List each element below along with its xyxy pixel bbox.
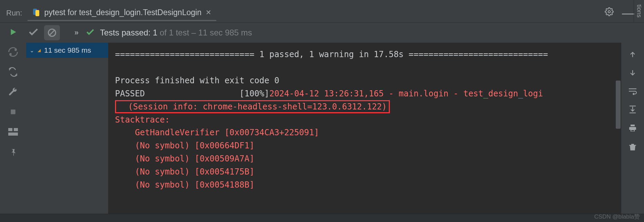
status-prefix: Tests passed:: [100, 28, 153, 37]
svg-rect-6: [8, 133, 18, 136]
svg-rect-4: [8, 128, 12, 131]
test-root-item[interactable]: ⌄ ◢ 11 sec 985 ms: [26, 43, 108, 58]
status-count: 1: [153, 28, 157, 37]
print-icon[interactable]: [628, 124, 637, 134]
side-tab-label[interactable]: tions: [634, 0, 644, 22]
disable-icon[interactable]: [44, 25, 60, 40]
test-status-dot: ◢: [38, 48, 41, 53]
run-tab-bar: Run: pytest for test_design_login.TestDe…: [0, 3, 644, 23]
console-separator: ============================ 1 passed, 1…: [115, 50, 548, 59]
pass-icon: [85, 27, 95, 38]
trace-line: (No symbol) [0x0054175B]: [115, 167, 255, 177]
down-arrow-icon[interactable]: [629, 69, 637, 78]
left-toolbar: [0, 23, 26, 214]
expand-icon[interactable]: »: [65, 28, 81, 37]
watermark: CSDN @blabla赞: [594, 213, 640, 221]
svg-rect-3: [11, 109, 15, 114]
svg-point-1: [10, 53, 11, 55]
pin-icon[interactable]: [7, 146, 19, 158]
trace-line: (No symbol) [0x00664DF1]: [115, 141, 255, 150]
scroll-to-end-icon[interactable]: [628, 105, 637, 115]
timestamp-line: 2024-04-12 13:26:31,165 - main.login - t…: [269, 89, 543, 98]
run-config-tab[interactable]: pytest for test_design_login.TestDesignL…: [28, 5, 216, 21]
gear-icon[interactable]: [600, 7, 619, 19]
wrench-icon[interactable]: [7, 86, 19, 98]
soft-wrap-icon[interactable]: [628, 87, 637, 96]
python-icon: [32, 9, 40, 16]
test-tree: ⌄ ◢ 11 sec 985 ms: [26, 43, 108, 214]
passed-pct: [100%]: [145, 89, 269, 98]
trace-line: GetHandleVerifier [0x00734CA3+225091]: [115, 128, 319, 137]
tab-title: pytest for test_design_login.TestDesignL…: [44, 8, 201, 17]
toggle-auto-icon[interactable]: [7, 66, 19, 78]
right-toolbar: [621, 43, 644, 214]
status-text: Tests passed: 1 of 1 test – 11 sec 985 m…: [100, 28, 252, 38]
rerun-failed-icon[interactable]: [7, 46, 19, 58]
process-exit-line: Process finished with exit code 0: [115, 76, 279, 85]
trace-line: (No symbol) [0x00509A7A]: [115, 154, 255, 163]
svg-rect-5: [14, 128, 18, 131]
passed-label: PASSED: [115, 89, 145, 98]
stacktrace-label: Stacktrace:: [115, 115, 170, 125]
svg-point-0: [608, 11, 611, 13]
trace-line: (No symbol) [0x0054188B]: [115, 180, 255, 190]
stop-icon[interactable]: [7, 106, 19, 118]
chevron-down-icon[interactable]: ⌄: [30, 47, 34, 54]
session-info-highlight: (Session info: chrome-headless-shell=123…: [115, 100, 390, 113]
partial-row: [0, 0, 644, 3]
up-arrow-icon[interactable]: [629, 50, 637, 60]
tree-time: 11 sec 985 ms: [44, 46, 91, 54]
scrollbar-thumb[interactable]: [616, 81, 621, 129]
bottom-bar: [0, 214, 644, 222]
close-icon[interactable]: ✕: [206, 8, 211, 17]
run-label: Run:: [3, 9, 28, 18]
svg-point-2: [15, 49, 17, 51]
play-icon[interactable]: [7, 26, 19, 38]
test-status-bar: » Tests passed: 1 of 1 test – 11 sec 985…: [26, 23, 644, 43]
console-output[interactable]: ============================ 1 passed, 1…: [108, 43, 621, 214]
status-suffix: of 1 test – 11 sec 985 ms: [157, 28, 252, 37]
checkmark-icon[interactable]: [28, 26, 39, 39]
layout-icon[interactable]: [7, 126, 19, 138]
trash-icon[interactable]: [629, 142, 637, 153]
